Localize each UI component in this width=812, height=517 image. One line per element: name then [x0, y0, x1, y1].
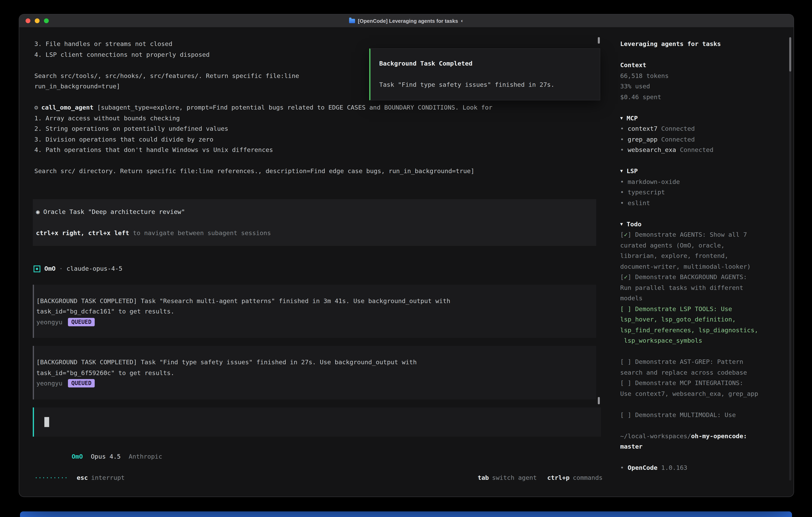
sidebar-scrollbar-track[interactable]: [789, 37, 791, 481]
todo-item-line: lsp_find_references, lsp_diagnostics,: [620, 325, 786, 335]
todo-item-line: [ ] Demonstrate MULTIMODAL: Use: [620, 410, 786, 420]
ctrlp-key-hint: ctrl+p: [547, 472, 570, 483]
lsp-item: • typescript: [620, 187, 786, 198]
version-line: • OpenCode 1.0.163: [620, 463, 786, 473]
todo-item-line: [ ] Demonstrate MCP INTEGRATIONS:: [620, 378, 786, 388]
prompt-input[interactable]: [33, 407, 601, 437]
status-bar: ········· esc interrupt tab switch agent…: [19, 472, 615, 483]
terminal-line: [34, 155, 615, 166]
terminal-line: 1. Array access without bounds checking: [34, 113, 615, 124]
toast-title: Background Task Completed: [379, 58, 591, 69]
blank-line: [620, 208, 786, 219]
text-cursor: [45, 417, 49, 427]
document-icon: [349, 19, 355, 23]
close-window-button[interactable]: [26, 19, 30, 23]
message-meta-row: yeongyuQUEUED: [36, 378, 589, 389]
tab-key-hint: tab: [478, 472, 489, 483]
todo-list: [✓] Demonstrate AGENTS: Show all 7curate…: [620, 229, 786, 420]
context-stats: 66,518 tokens33% used$0.46 spent: [620, 71, 786, 102]
sidebar-scrollbar-thumb[interactable]: [789, 37, 791, 72]
tool-name: call_omo_agent: [41, 104, 93, 111]
terminal-line: [620, 346, 786, 357]
lsp-list: • markdown-oxide• typescript• eslint: [620, 176, 786, 208]
model-bar-provider: Anthropic: [129, 453, 162, 460]
oracle-hint-line: ctrl+x right, ctrl+x left to navigate be…: [36, 228, 588, 238]
lsp-item: • eslint: [620, 198, 786, 208]
context-heading: Context: [620, 60, 786, 71]
todo-item-line: lsp_workspace_symbols: [620, 335, 786, 346]
message-block: [BACKGROUND TASK COMPLETED] Task "Resear…: [33, 284, 596, 338]
model-bar-agent: OmO: [72, 453, 83, 460]
message-block: [BACKGROUND TASK COMPLETED] Task "Find t…: [33, 346, 596, 399]
blank-line: [620, 420, 786, 431]
blank-line: [379, 69, 591, 80]
blank-line: [620, 452, 786, 463]
terminal-line: 66,518 tokens: [620, 71, 786, 81]
message-text: [BACKGROUND TASK COMPLETED] Task "Resear…: [36, 296, 589, 317]
terminal-line: $0.46 spent: [620, 92, 786, 102]
terminal-line: [BACKGROUND TASK COMPLETED] Task "Find t…: [36, 357, 589, 368]
agent-icon: [34, 266, 40, 272]
status-bar-right: tab switch agent ctrl+p commands: [478, 472, 603, 483]
oracle-task-panel[interactable]: ◉Oracle Task "Deep architecture review" …: [33, 199, 596, 246]
lsp-item: • markdown-oxide: [620, 176, 786, 187]
oracle-icon: ◉: [36, 208, 40, 215]
todo-item-line: search and replace across codebase: [620, 367, 786, 378]
window-title: [OpenCode] Leveraging agents for tasks: [358, 18, 458, 24]
mcp-list: • context7 Connected• grep_app Connected…: [620, 124, 786, 155]
todo-item-line: curated agents (OmO, oracle,: [620, 240, 786, 251]
zoom-window-button[interactable]: [44, 19, 49, 23]
esc-key-label: interrupt: [91, 472, 125, 483]
workspace-repo: oh-my-opencode:: [691, 432, 747, 440]
terminal-line: [620, 399, 786, 410]
terminal-line: task_id="bg_6f59260c" to get results.: [36, 368, 589, 378]
workspace-path: ~/local-workspaces/oh-my-opencode:: [620, 431, 786, 441]
tool-args: [subagent_type=explore, prompt=Find pote…: [97, 104, 492, 111]
blank-line: [620, 102, 786, 113]
message-author: yeongyu: [36, 319, 62, 326]
message-meta-row: yeongyuQUEUED: [36, 317, 589, 327]
oracle-title-line: ◉Oracle Task "Deep architecture review": [36, 207, 588, 217]
desktop: [OpenCode] Leveraging agents for tasks ◐…: [0, 0, 812, 517]
model-bar: OmOOpus 4.5Anthropic: [19, 441, 615, 472]
todo-item-line: [ ] Demonstrate AST-GREP: Pattern: [620, 357, 786, 367]
agent-separator: ·: [59, 264, 63, 274]
todo-item-line: librarian, explore, frontend,: [620, 251, 786, 261]
mcp-heading[interactable]: ▼ MCP: [620, 113, 786, 124]
sidebar: Leveraging agents for tasks Context 66,5…: [615, 28, 793, 497]
message-text: [BACKGROUND TASK COMPLETED] Task "Find t…: [36, 357, 589, 378]
minimize-window-button[interactable]: [35, 19, 39, 23]
chevron-down-icon: ▼: [620, 115, 623, 120]
terminal-line: 2. String operations on potentially unde…: [34, 124, 615, 134]
mcp-item: • grep_app Connected: [620, 134, 786, 145]
todo-item-line: Use context7, websearch_exa, grep_app: [620, 388, 786, 399]
todo-item-line: Run parallel tasks with different: [620, 282, 786, 293]
traffic-lights: [26, 19, 49, 23]
agent-name: OmO: [45, 264, 56, 274]
window-title-area: [OpenCode] Leveraging agents for tasks ◐: [349, 15, 464, 27]
hint-keys: ctrl+x right, ctrl+x left: [36, 229, 129, 237]
blank-line: [36, 217, 588, 228]
todo-item-line: lsp_hover, lsp_goto_definition,: [620, 314, 786, 325]
agent-model: claude-opus-4-5: [66, 264, 122, 274]
workspace-prefix: ~/local-workspaces/: [620, 432, 691, 440]
main-scrollbar-thumb-2[interactable]: [598, 397, 600, 404]
model-bar-model: Opus 4.5: [91, 453, 121, 460]
todo-item-line: [✓] Demonstrate AGENTS: Show all 7: [620, 229, 786, 240]
gear-icon: ⚙: [34, 104, 38, 111]
tool-call-output: 1. Array access without bounds checking2…: [19, 113, 615, 176]
message-author: yeongyu: [36, 380, 62, 387]
status-badge: QUEUED: [68, 379, 95, 387]
main-scrollbar-thumb[interactable]: [598, 37, 600, 44]
mcp-item: • websearch_exa Connected: [620, 145, 786, 155]
todo-heading[interactable]: ▼ Todo: [620, 219, 786, 229]
terminal-window: [OpenCode] Leveraging agents for tasks ◐…: [19, 15, 793, 497]
terminal-line: 3. File handles or streams not closed: [34, 39, 615, 49]
lsp-heading[interactable]: ▼ LSP: [620, 166, 786, 176]
bullet-icon: •: [620, 464, 628, 471]
spinner-dots: ·········: [34, 472, 68, 483]
todo-item-line: [✓] Demonstrate BACKGROUND AGENTS:: [620, 272, 786, 282]
status-badge: QUEUED: [68, 318, 95, 326]
terminal-line: [BACKGROUND TASK COMPLETED] Task "Resear…: [36, 296, 589, 306]
chevron-down-icon: ▼: [620, 221, 623, 226]
